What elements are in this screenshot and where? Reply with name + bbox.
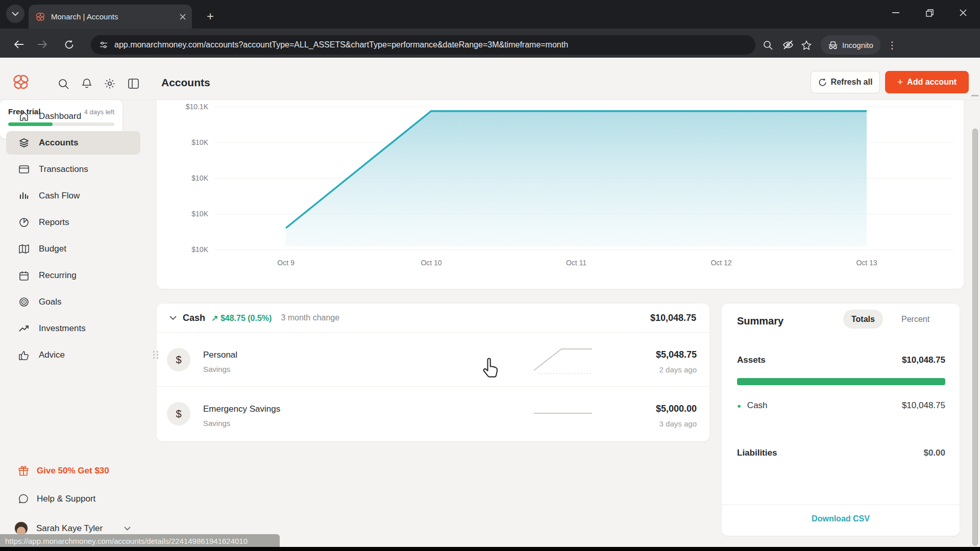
tab-title: Monarch | Accounts [51,12,175,21]
bookmark-button[interactable] [797,36,816,54]
account-balance: $5,048.75 [656,349,697,360]
account-updated: 2 days ago [659,365,697,374]
refresh-all-label: Refresh all [831,78,873,87]
sidebar-item-investments[interactable]: Investments [6,317,140,340]
incognito-label: Incognito [842,41,873,49]
status-url-bubble: https://app.monarchmoney.com/accounts/de… [0,534,280,548]
back-button[interactable] [10,36,28,53]
refresh-all-button[interactable]: Refresh all [811,71,880,93]
divider [722,505,960,505]
account-type: Savings [203,419,230,428]
close-icon [960,9,967,16]
tab-percent[interactable]: Percent [893,310,938,329]
cash-section-header[interactable]: Cash ↗ $48.75 (0.5%) 3 month change $10,… [157,304,709,333]
password-eye-button[interactable] [779,36,797,54]
account-type: Savings [203,365,230,373]
home-icon [18,111,30,122]
y-axis-tick: $10K [174,138,208,146]
cash-section-card: Cash ↗ $48.75 (0.5%) 3 month change $10,… [157,304,709,441]
minimize-icon [892,12,899,13]
sidebar-item-accounts[interactable]: Accounts [6,131,140,155]
sidebar-item-goals[interactable]: Goals [6,290,140,314]
chart-gridline [214,249,953,250]
assets-allocation-bar [737,378,945,385]
sidebar-item-transactions[interactable]: Transactions [6,158,140,181]
url-bar[interactable]: app.monarchmoney.com/accounts?accountTyp… [91,35,755,55]
tab-totals[interactable]: Totals [843,310,883,329]
referral-link[interactable]: Give 50% Get $30 [18,465,109,476]
x-axis-label: Oct 13 [846,259,887,267]
status-url-text: https://app.monarchmoney.com/accounts/de… [5,537,248,545]
assets-value: $10,048.75 [902,355,945,365]
settings-button[interactable] [103,77,117,91]
browser-tab[interactable]: Monarch | Accounts [29,5,192,29]
refresh-icon [818,78,827,87]
incognito-icon [828,41,838,49]
x-axis-label: Oct 9 [265,259,306,267]
notifications-button[interactable] [80,77,94,91]
chart-gridline [214,142,953,143]
chart-gridline [214,107,953,107]
zoom-button[interactable] [758,36,777,54]
gift-icon [18,465,29,476]
cash-section-total: $10,048.75 [650,313,696,323]
minimize-button[interactable] [879,0,913,26]
help-support-link[interactable]: Help & Support [18,494,95,504]
chart-gridline [214,214,953,214]
forward-button[interactable] [34,36,51,53]
dollar-icon: $ [167,348,190,371]
sidebar-item-recurring[interactable]: Recurring [6,264,140,287]
sidebar-item-reports[interactable]: Reports [6,211,140,234]
liabilities-value: $0.00 [923,448,945,458]
summary-cash-row[interactable]: ● Cash [737,400,768,411]
add-account-label: Add account [907,78,957,87]
x-axis-label: Oct 10 [411,259,452,267]
monarch-logo[interactable] [11,73,31,91]
sidebar-item-advice[interactable]: Advice [6,343,140,367]
account-row-personal[interactable]: $ Personal Savings $5,048.75 2 days ago [157,333,709,387]
sidebar-item-cash-flow[interactable]: Cash Flow [6,184,140,208]
cash-section-title: Cash [183,313,205,323]
y-axis-tick: $10K [174,210,208,218]
tab-search-button[interactable] [6,5,24,23]
sidebar: Dashboard Accounts Transactions Cash Flo… [0,100,146,551]
search-button[interactable] [56,77,70,91]
page-title: Accounts [161,77,210,89]
download-csv-link[interactable]: Download CSV [722,514,960,523]
browser-menu-button[interactable]: ⋮ [883,36,901,54]
account-updated: 3 days ago [659,419,697,428]
scrollbar-top-arrow[interactable] [971,95,978,96]
search-zoom-icon [763,40,773,50]
add-account-button[interactable]: + Add account [885,71,969,93]
user-menu[interactable]: Sarah Kaye Tyler [14,521,131,535]
account-balance: $5,000.00 [656,404,697,414]
reload-button[interactable] [60,36,78,53]
sidebar-toggle-button[interactable] [126,77,140,91]
monarch-favicon-icon [35,12,46,22]
section-chevron-icon[interactable] [169,316,177,320]
site-info-icon[interactable] [99,40,108,49]
restore-button[interactable] [913,0,946,26]
chevron-down-icon [124,527,131,531]
chart-gridline [214,178,953,179]
new-tab-button[interactable]: + [202,8,218,24]
account-sparkline [532,400,595,431]
avatar [14,521,28,535]
summary-card: Summary Totals Percent Assets $10,048.75… [722,304,960,536]
summary-cash-value: $10,048.75 [902,400,945,411]
scrollbar-thumb[interactable] [972,129,978,546]
reload-icon [64,40,74,49]
sidebar-item-dashboard[interactable]: Dashboard [6,105,140,128]
calendar-icon [18,270,30,281]
y-axis-tick: $10.1K [174,103,208,111]
account-row-emergency-savings[interactable]: $ Emergency Savings Savings $5,000.00 3 … [157,387,709,441]
bar-chart-icon [18,190,30,202]
tab-close-icon[interactable] [180,14,186,20]
pie-chart-icon [18,217,30,228]
close-window-button[interactable] [946,0,980,26]
eye-off-icon [782,40,794,50]
sidebar-item-budget[interactable]: Budget [6,237,140,261]
liabilities-label: Liabilities [737,448,777,458]
drag-handle[interactable] [153,351,159,359]
plus-icon: + [897,77,903,88]
